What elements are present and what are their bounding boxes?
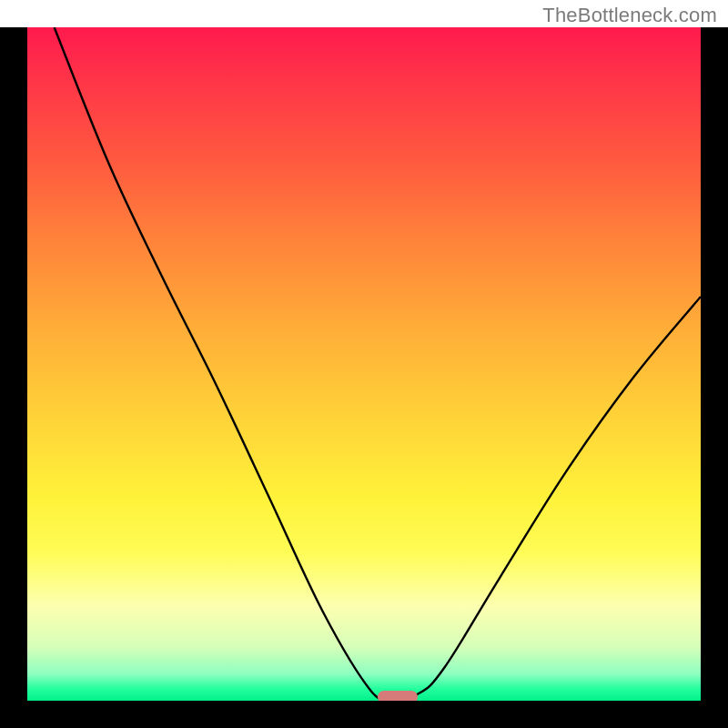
bottleneck-curve xyxy=(27,27,701,701)
watermark-text: TheBottleneck.com xyxy=(542,4,717,27)
optimal-marker xyxy=(378,691,418,701)
plot-area xyxy=(27,27,701,701)
curve-path xyxy=(55,27,701,699)
chart-frame xyxy=(0,27,728,728)
